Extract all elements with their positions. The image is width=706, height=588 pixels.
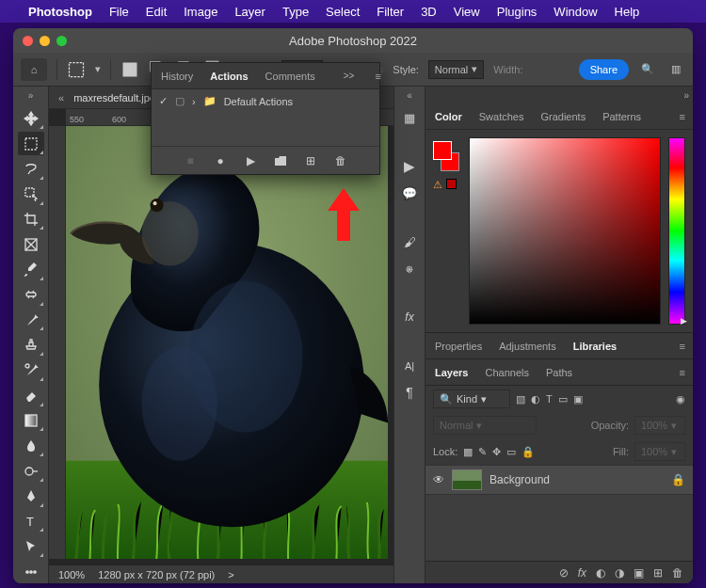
zoom-level[interactable]: 100% (58, 569, 85, 580)
action-toggle-check-icon[interactable]: ✓ (159, 95, 168, 107)
tab-layers[interactable]: Layers (433, 363, 470, 382)
move-tool[interactable] (18, 106, 44, 130)
tab-adjustments[interactable]: Adjustments (497, 337, 558, 356)
foreground-color-swatch[interactable] (433, 141, 452, 160)
tab-gradients[interactable]: Gradients (538, 107, 587, 126)
menu-plugins[interactable]: Plugins (497, 5, 538, 19)
search-icon[interactable]: 🔍 (638, 60, 657, 79)
gamut-safe-swatch[interactable] (446, 179, 457, 189)
app-menu[interactable]: Photoshop (28, 5, 92, 19)
fill-input[interactable]: 100%▾ (634, 442, 685, 461)
tab-paths[interactable]: Paths (544, 363, 574, 382)
link-layers-icon[interactable]: ⊘ (559, 566, 569, 580)
layer-lock-icon[interactable]: 🔒 (671, 473, 685, 486)
more-tabs-icon[interactable]: >> (344, 71, 355, 81)
spot-healing-brush-tool[interactable] (18, 283, 44, 307)
menu-window[interactable]: Window (554, 5, 597, 19)
tab-history[interactable]: History (159, 67, 195, 86)
type-tool[interactable]: T (18, 510, 44, 533)
layer-thumbnail[interactable] (452, 469, 482, 490)
brush-tool[interactable] (18, 309, 44, 332)
filter-toggle-icon[interactable]: ◉ (676, 393, 685, 405)
action-set-row[interactable]: ✓ ▢ › 📁 Default Actions (159, 95, 372, 107)
styles-fx-icon[interactable]: fx (399, 307, 420, 327)
menu-edit[interactable]: Edit (146, 5, 167, 19)
panel-menu-icon[interactable]: ≡ (680, 341, 685, 352)
expand-strip-icon[interactable]: « (407, 90, 412, 102)
tab-libraries[interactable]: Libraries (571, 337, 618, 356)
lasso-tool[interactable] (18, 157, 44, 181)
menu-type[interactable]: Type (282, 5, 309, 19)
delete-action-icon[interactable]: 🗑 (333, 153, 348, 168)
tab-actions[interactable]: Actions (208, 67, 249, 86)
tab-patterns[interactable]: Patterns (601, 107, 643, 126)
actions-play-icon[interactable]: ▶ (399, 156, 420, 177)
panel-menu-icon[interactable]: ≡ (680, 367, 685, 378)
record-action-icon[interactable]: ● (213, 153, 228, 168)
more-tools[interactable] (18, 560, 44, 583)
delete-layer-icon[interactable]: 🗑 (672, 566, 683, 580)
status-caret-icon[interactable]: > (228, 569, 233, 580)
frame-tool[interactable] (18, 232, 44, 256)
lock-artboard-icon[interactable]: ▭ (506, 446, 516, 458)
gradient-tool[interactable] (18, 409, 44, 433)
filter-smart-icon[interactable]: ▣ (573, 393, 583, 405)
rectangular-marquee-tool[interactable] (18, 132, 44, 155)
menu-help[interactable]: Help (615, 5, 640, 19)
paragraph-panel-icon[interactable]: ¶ (399, 382, 420, 403)
eraser-tool[interactable] (18, 384, 44, 407)
tab-swatches[interactable]: Swatches (477, 107, 526, 126)
filter-shape-icon[interactable]: ▭ (558, 393, 568, 405)
new-layer-icon[interactable]: ⊞ (653, 566, 663, 580)
filter-adjust-icon[interactable]: ◐ (531, 393, 540, 405)
menu-layer[interactable]: Layer (234, 5, 265, 19)
panel-menu-icon[interactable]: ≡ (375, 71, 380, 82)
group-icon[interactable]: ▣ (634, 566, 644, 580)
disclosure-icon[interactable]: › (192, 96, 196, 107)
play-action-icon[interactable]: ▶ (243, 153, 258, 168)
panel-menu-icon[interactable]: ≡ (680, 111, 685, 122)
style-select[interactable]: Normal▾ (428, 60, 484, 79)
lock-brush-icon[interactable]: ✎ (478, 446, 487, 458)
action-dialog-toggle-icon[interactable]: ▢ (175, 95, 185, 107)
blur-tool[interactable] (18, 434, 44, 457)
gamut-warning-icon[interactable]: ⚠ (433, 179, 442, 191)
dodge-tool[interactable] (18, 459, 44, 483)
actions-panel[interactable]: History Actions Comments >> ≡ ✓ ▢ › 📁 De… (151, 62, 380, 175)
lock-all-icon[interactable]: 🔒 (521, 446, 535, 458)
comments-icon[interactable]: 💬 (399, 183, 420, 203)
new-action-icon[interactable]: ⊞ (303, 153, 318, 168)
menu-image[interactable]: Image (184, 5, 217, 19)
filter-pixel-icon[interactable]: ▧ (516, 393, 525, 405)
share-button[interactable]: Share (579, 59, 629, 80)
foreground-background-swatch[interactable]: ⚠ (433, 137, 461, 325)
close-all-icon[interactable]: « (58, 92, 64, 103)
lock-position-icon[interactable]: ✥ (492, 446, 501, 458)
blend-mode-select[interactable]: Normal▾ (433, 416, 537, 435)
collapse-dock-icon[interactable]: » (683, 90, 689, 101)
hue-handle-icon[interactable]: ▶ (681, 316, 687, 326)
menu-filter[interactable]: Filter (377, 5, 404, 19)
tab-color[interactable]: Color (433, 107, 464, 126)
menu-select[interactable]: Select (326, 5, 360, 19)
object-selection-tool[interactable] (18, 183, 44, 206)
marquee-tool-preset[interactable] (67, 60, 86, 79)
layer-mask-icon[interactable]: ◐ (596, 566, 605, 580)
new-action-set-icon[interactable] (273, 153, 288, 168)
filter-type-icon[interactable]: T (546, 393, 553, 405)
tab-properties[interactable]: Properties (433, 337, 484, 356)
ruler-vertical[interactable] (49, 126, 66, 559)
clone-stamp-tool[interactable] (18, 333, 44, 357)
layer-filter-select[interactable]: 🔍Kind▾ (433, 389, 510, 408)
character-panel-icon[interactable]: A| (399, 356, 420, 376)
crop-tool[interactable] (18, 208, 44, 231)
brushes-icon[interactable]: 🖌 (399, 231, 420, 252)
caret-down-icon[interactable]: ▾ (95, 63, 101, 75)
history-brush-tool[interactable] (18, 358, 44, 382)
pen-tool[interactable] (18, 485, 44, 508)
new-selection-icon[interactable] (120, 60, 139, 79)
layer-fx-icon[interactable]: fx (578, 566, 586, 580)
clone-source-icon[interactable]: ⎈ (399, 258, 420, 278)
menu-3d[interactable]: 3D (421, 5, 437, 19)
hue-slider[interactable]: ▶ (668, 137, 685, 325)
